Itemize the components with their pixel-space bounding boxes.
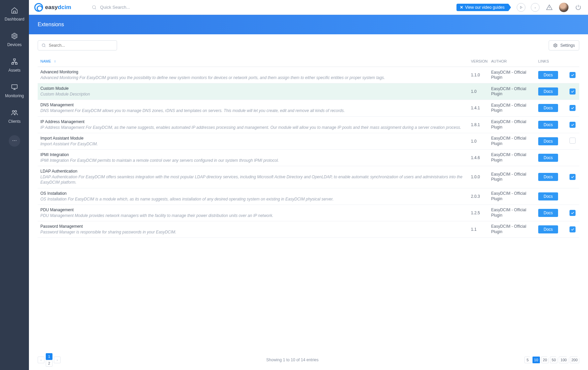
enable-checkbox[interactable]: [569, 88, 576, 95]
enable-checkbox[interactable]: [569, 105, 576, 111]
video-guides-chip[interactable]: ✕ View our video guides: [456, 4, 509, 11]
docs-button[interactable]: Docs: [538, 121, 558, 129]
docs-button[interactable]: Docs: [538, 137, 558, 145]
docs-button[interactable]: Docs: [538, 87, 558, 96]
extension-version: 1.0.0: [468, 166, 488, 188]
brand-logo[interactable]: easydcim: [34, 3, 71, 12]
page-size-5[interactable]: 5: [524, 357, 531, 363]
extension-version: 1.8.1: [468, 116, 488, 133]
extension-author: EasyDCIM - Official Plugin: [488, 221, 536, 237]
svg-point-12: [42, 44, 45, 46]
svg-rect-4: [12, 85, 17, 88]
info-icon[interactable]: [531, 3, 540, 12]
docs-button[interactable]: Docs: [538, 173, 558, 181]
settings-button[interactable]: Settings: [549, 40, 579, 50]
sidebar-item-label: Clients: [8, 119, 21, 124]
enable-checkbox[interactable]: [569, 210, 576, 216]
page-1[interactable]: 1: [46, 353, 52, 360]
extension-version: 1.2.5: [468, 205, 488, 221]
play-icon[interactable]: [517, 3, 525, 12]
gear-icon: [10, 32, 19, 40]
col-version[interactable]: VERSION: [468, 57, 488, 67]
svg-point-6: [15, 111, 16, 113]
extension-author: EasyDCIM - Official Plugin: [488, 116, 536, 133]
page-next[interactable]: ›: [54, 357, 61, 363]
svg-point-13: [555, 45, 556, 46]
settings-label: Settings: [560, 43, 575, 48]
page-size-200[interactable]: 200: [570, 357, 579, 363]
extension-description: Advanced Monitoring For EasyDCIM grants …: [40, 75, 466, 80]
docs-button[interactable]: Docs: [538, 192, 558, 200]
extension-author: EasyDCIM - Official Plugin: [488, 188, 536, 205]
col-name[interactable]: NAME ↑: [38, 57, 468, 67]
extensions-table: NAME ↑ VERSION AUTHOR LINKS Advanced Mon…: [38, 57, 579, 238]
sidebar-item-clients[interactable]: Clients: [8, 108, 21, 124]
table-row[interactable]: Advanced MonitoringAdvanced Monitoring F…: [38, 67, 579, 83]
gear-icon: [553, 43, 558, 48]
guides-label: View our video guides: [465, 5, 505, 10]
extension-author: EasyDCIM - Official Plugin: [488, 149, 536, 166]
svg-rect-1: [13, 59, 15, 61]
extension-version: 1.0: [468, 83, 488, 100]
sidebar-item-label: Dashboard: [5, 17, 25, 22]
close-icon[interactable]: ✕: [460, 5, 463, 10]
enable-checkbox[interactable]: [569, 226, 576, 232]
sidebar-more-button[interactable]: [9, 135, 20, 147]
sort-asc-icon: ↑: [54, 59, 56, 63]
quick-search-placeholder: Quick Search...: [100, 5, 130, 10]
table-row[interactable]: IP Address ManagementIP Address Manageme…: [38, 116, 579, 133]
extension-author: EasyDCIM - Official Plugin: [488, 166, 536, 188]
table-row[interactable]: DNS ManagementDNS Management For EasyDCI…: [38, 100, 579, 116]
extension-name: OS Installation: [40, 191, 466, 196]
docs-button[interactable]: Docs: [538, 225, 558, 233]
page-size-100[interactable]: 100: [559, 357, 568, 363]
extension-description: IPMI Integration For EasyDCIM permits to…: [40, 158, 466, 163]
enable-checkbox[interactable]: [569, 122, 576, 128]
network-icon: [10, 57, 19, 66]
extension-description: PDU Management Module provides network m…: [40, 213, 466, 218]
extension-name: Password Management: [40, 224, 466, 229]
enable-checkbox[interactable]: [569, 72, 576, 78]
sidebar-item-devices[interactable]: Devices: [7, 32, 22, 47]
table-row[interactable]: LDAP AuthenticationLDAP Authentication F…: [38, 166, 579, 188]
table-row[interactable]: OS InstallationOS Installation For EasyD…: [38, 188, 579, 205]
page-size-10[interactable]: 10: [532, 357, 540, 363]
extension-description: DNS Management For EasyDCIM allows you t…: [40, 108, 466, 113]
power-icon[interactable]: [574, 3, 583, 12]
table-search-input[interactable]: [49, 43, 113, 48]
sidebar-item-dashboard[interactable]: Dashboard: [5, 6, 25, 22]
sidebar-item-monitoring[interactable]: Monitoring: [5, 83, 24, 98]
extension-name: IP Address Management: [40, 119, 466, 124]
page-size-50[interactable]: 50: [550, 357, 557, 363]
table-row[interactable]: Custom ModuleCustom Module Description1.…: [38, 83, 579, 100]
quick-search[interactable]: Quick Search...: [91, 5, 130, 10]
search-icon: [41, 43, 46, 48]
table-row[interactable]: Password ManagementPassword Manager is r…: [38, 221, 579, 237]
svg-point-9: [16, 140, 16, 141]
col-author[interactable]: AUTHOR: [488, 57, 536, 67]
extension-name: PDU Management: [40, 208, 466, 212]
svg-point-10: [92, 5, 95, 8]
page-size-20[interactable]: 20: [541, 357, 549, 363]
page-size-picker: 5102050100200: [524, 357, 579, 363]
sidebar-item-assets[interactable]: Assets: [8, 57, 21, 73]
page-prev[interactable]: ‹: [38, 357, 44, 363]
enable-checkbox[interactable]: [569, 174, 576, 180]
page-2[interactable]: 2: [46, 360, 52, 367]
docs-button[interactable]: Docs: [538, 71, 558, 79]
docs-button[interactable]: Docs: [538, 154, 558, 162]
table-row[interactable]: PDU ManagementPDU Management Module prov…: [38, 205, 579, 221]
alert-icon[interactable]: [545, 3, 554, 12]
extension-version: 1.1.0: [468, 67, 488, 83]
enable-checkbox[interactable]: [569, 138, 576, 144]
table-row[interactable]: Import Assistant ModuleImport Assistant …: [38, 133, 579, 149]
table-row[interactable]: IPMI IntegrationIPMI Integration For Eas…: [38, 149, 579, 166]
table-search[interactable]: [38, 40, 117, 50]
avatar[interactable]: [559, 3, 568, 12]
sidebar-item-label: Monitoring: [5, 94, 24, 98]
extension-version: 2.0.3: [468, 188, 488, 205]
docs-button[interactable]: Docs: [538, 104, 558, 112]
brand-text-b: dcim: [58, 4, 71, 10]
docs-button[interactable]: Docs: [538, 209, 558, 217]
extension-name: Custom Module: [40, 86, 466, 91]
